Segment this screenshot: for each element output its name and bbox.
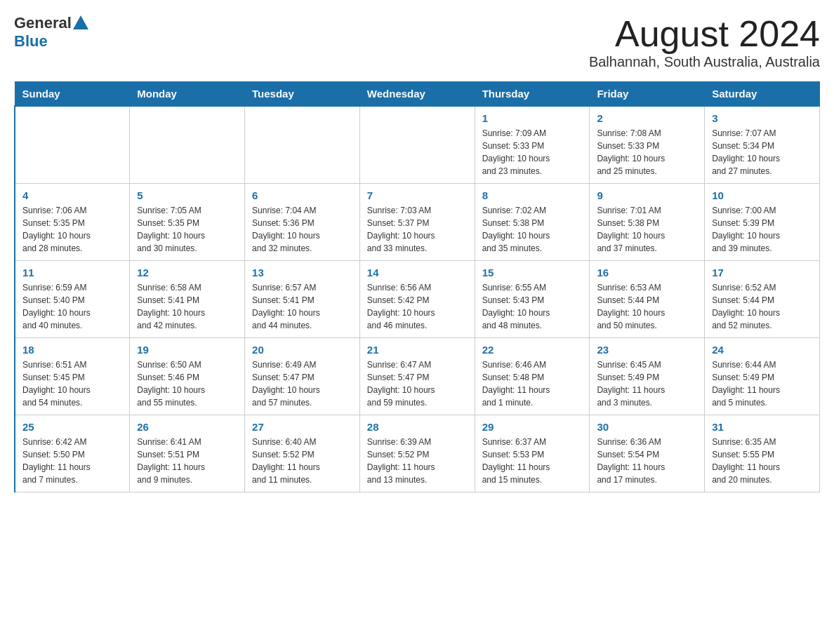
calendar-cell: 19Sunrise: 6:50 AM Sunset: 5:46 PM Dayli… [130,338,245,415]
day-number: 4 [22,189,122,201]
day-number: 6 [252,189,352,201]
day-info: Sunrise: 7:08 AM Sunset: 5:33 PM Dayligh… [597,127,697,177]
day-number: 12 [137,267,237,279]
day-info: Sunrise: 6:49 AM Sunset: 5:47 PM Dayligh… [252,358,352,409]
day-info: Sunrise: 6:46 AM Sunset: 5:48 PM Dayligh… [482,358,583,409]
day-number: 3 [712,112,812,124]
calendar-cell: 14Sunrise: 6:56 AM Sunset: 5:42 PM Dayli… [359,261,475,338]
day-info: Sunrise: 6:45 AM Sunset: 5:49 PM Dayligh… [597,358,697,409]
day-info: Sunrise: 6:37 AM Sunset: 5:53 PM Dayligh… [482,436,583,486]
day-info: Sunrise: 7:09 AM Sunset: 5:33 PM Dayligh… [482,127,583,177]
calendar-subtitle: Balhannah, South Australia, Australia [589,54,820,70]
calendar-cell: 4Sunrise: 7:06 AM Sunset: 5:35 PM Daylig… [15,184,130,261]
day-number: 25 [22,421,122,433]
logo: General Blue [14,14,88,51]
day-info: Sunrise: 6:40 AM Sunset: 5:52 PM Dayligh… [252,436,352,486]
logo-triangle-icon [73,15,88,29]
day-info: Sunrise: 7:06 AM Sunset: 5:35 PM Dayligh… [22,204,122,255]
day-number: 5 [137,189,237,201]
calendar-cell [130,106,245,184]
day-info: Sunrise: 6:39 AM Sunset: 5:52 PM Dayligh… [367,436,468,486]
calendar-header: SundayMondayTuesdayWednesdayThursdayFrid… [15,82,820,107]
day-info: Sunrise: 6:50 AM Sunset: 5:46 PM Dayligh… [137,358,237,409]
calendar-cell: 12Sunrise: 6:58 AM Sunset: 5:41 PM Dayli… [130,261,245,338]
day-number: 14 [367,267,468,279]
day-info: Sunrise: 6:59 AM Sunset: 5:40 PM Dayligh… [22,281,122,332]
calendar-cell: 3Sunrise: 7:07 AM Sunset: 5:34 PM Daylig… [705,106,820,184]
day-number: 8 [482,189,583,201]
day-number: 22 [482,344,583,356]
day-info: Sunrise: 6:58 AM Sunset: 5:41 PM Dayligh… [137,281,237,332]
calendar-cell: 29Sunrise: 6:37 AM Sunset: 5:53 PM Dayli… [475,415,590,492]
weekday-header-monday: Monday [130,82,245,107]
day-info: Sunrise: 6:56 AM Sunset: 5:42 PM Dayligh… [367,281,468,332]
day-number: 30 [597,421,697,433]
day-info: Sunrise: 6:36 AM Sunset: 5:54 PM Dayligh… [597,436,697,486]
day-info: Sunrise: 6:57 AM Sunset: 5:41 PM Dayligh… [252,281,352,332]
day-number: 16 [597,267,697,279]
calendar-cell: 7Sunrise: 7:03 AM Sunset: 5:37 PM Daylig… [359,184,475,261]
weekday-header-saturday: Saturday [705,82,820,107]
day-number: 26 [137,421,237,433]
day-number: 13 [252,267,352,279]
day-info: Sunrise: 7:03 AM Sunset: 5:37 PM Dayligh… [367,204,468,255]
calendar-week-3: 11Sunrise: 6:59 AM Sunset: 5:40 PM Dayli… [15,261,820,338]
day-info: Sunrise: 7:01 AM Sunset: 5:38 PM Dayligh… [597,204,697,255]
day-number: 2 [597,112,697,124]
day-info: Sunrise: 6:47 AM Sunset: 5:47 PM Dayligh… [367,358,468,409]
calendar-cell: 17Sunrise: 6:52 AM Sunset: 5:44 PM Dayli… [705,261,820,338]
weekday-header-tuesday: Tuesday [245,82,360,107]
day-number: 1 [482,112,583,124]
day-number: 18 [22,344,122,356]
calendar-cell: 15Sunrise: 6:55 AM Sunset: 5:43 PM Dayli… [475,261,590,338]
calendar-cell: 13Sunrise: 6:57 AM Sunset: 5:41 PM Dayli… [245,261,360,338]
day-number: 27 [252,421,352,433]
calendar-cell: 23Sunrise: 6:45 AM Sunset: 5:49 PM Dayli… [590,338,705,415]
calendar-cell: 31Sunrise: 6:35 AM Sunset: 5:55 PM Dayli… [705,415,820,492]
day-number: 31 [712,421,812,433]
calendar-cell: 6Sunrise: 7:04 AM Sunset: 5:36 PM Daylig… [245,184,360,261]
day-number: 23 [597,344,697,356]
svg-marker-0 [73,15,88,29]
day-number: 7 [367,189,468,201]
calendar-cell [245,106,360,184]
logo-blue-text: Blue [14,32,48,51]
day-number: 9 [597,189,697,201]
calendar-cell [15,106,130,184]
day-number: 17 [712,267,812,279]
day-info: Sunrise: 7:04 AM Sunset: 5:36 PM Dayligh… [252,204,352,255]
calendar-title: August 2024 [589,14,820,54]
day-info: Sunrise: 6:53 AM Sunset: 5:44 PM Dayligh… [597,281,697,332]
calendar-cell: 2Sunrise: 7:08 AM Sunset: 5:33 PM Daylig… [590,106,705,184]
day-number: 15 [482,267,583,279]
calendar-body: 1Sunrise: 7:09 AM Sunset: 5:33 PM Daylig… [15,106,820,492]
day-info: Sunrise: 7:07 AM Sunset: 5:34 PM Dayligh… [712,127,812,177]
day-number: 20 [252,344,352,356]
calendar-cell: 9Sunrise: 7:01 AM Sunset: 5:38 PM Daylig… [590,184,705,261]
calendar-cell: 16Sunrise: 6:53 AM Sunset: 5:44 PM Dayli… [590,261,705,338]
day-number: 10 [712,189,812,201]
day-info: Sunrise: 6:52 AM Sunset: 5:44 PM Dayligh… [712,281,812,332]
calendar-table: SundayMondayTuesdayWednesdayThursdayFrid… [14,81,820,492]
calendar-cell: 11Sunrise: 6:59 AM Sunset: 5:40 PM Dayli… [15,261,130,338]
calendar-week-4: 18Sunrise: 6:51 AM Sunset: 5:45 PM Dayli… [15,338,820,415]
day-info: Sunrise: 6:44 AM Sunset: 5:49 PM Dayligh… [712,358,812,409]
calendar-cell [359,106,475,184]
calendar-cell: 27Sunrise: 6:40 AM Sunset: 5:52 PM Dayli… [245,415,360,492]
day-number: 24 [712,344,812,356]
day-number: 29 [482,421,583,433]
logo-general-text: General [14,14,72,32]
calendar-cell: 25Sunrise: 6:42 AM Sunset: 5:50 PM Dayli… [15,415,130,492]
calendar-cell: 5Sunrise: 7:05 AM Sunset: 5:35 PM Daylig… [130,184,245,261]
weekday-header-row: SundayMondayTuesdayWednesdayThursdayFrid… [15,82,820,107]
day-info: Sunrise: 6:42 AM Sunset: 5:50 PM Dayligh… [22,436,122,486]
calendar-cell: 10Sunrise: 7:00 AM Sunset: 5:39 PM Dayli… [705,184,820,261]
day-info: Sunrise: 6:51 AM Sunset: 5:45 PM Dayligh… [22,358,122,409]
calendar-cell: 26Sunrise: 6:41 AM Sunset: 5:51 PM Dayli… [130,415,245,492]
day-info: Sunrise: 6:41 AM Sunset: 5:51 PM Dayligh… [137,436,237,486]
weekday-header-thursday: Thursday [475,82,590,107]
calendar-cell: 18Sunrise: 6:51 AM Sunset: 5:45 PM Dayli… [15,338,130,415]
calendar-cell: 20Sunrise: 6:49 AM Sunset: 5:47 PM Dayli… [245,338,360,415]
day-info: Sunrise: 6:35 AM Sunset: 5:55 PM Dayligh… [712,436,812,486]
weekday-header-sunday: Sunday [15,82,130,107]
